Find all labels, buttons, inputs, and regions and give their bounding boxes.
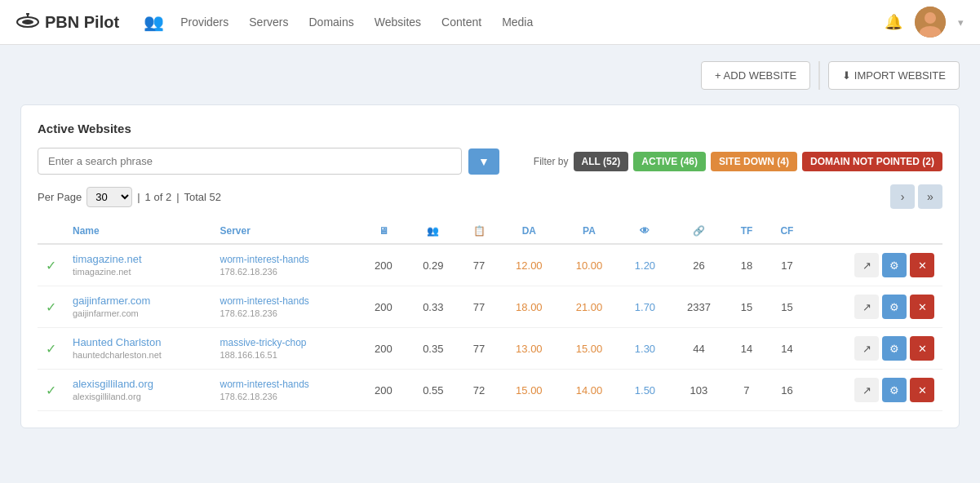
site-name-link[interactable]: gaijinfarmer.com bbox=[73, 295, 203, 307]
row-clipboard: 77 bbox=[459, 328, 499, 370]
filter-button[interactable]: ▼ bbox=[468, 148, 499, 175]
nav-websites[interactable]: Websites bbox=[375, 16, 421, 29]
svg-point-5 bbox=[925, 12, 936, 24]
nav-content[interactable]: Content bbox=[441, 16, 481, 29]
row-delete-button[interactable]: ✕ bbox=[910, 336, 934, 361]
search-input[interactable] bbox=[38, 148, 462, 175]
row-settings-button[interactable]: ⚙ bbox=[882, 295, 907, 319]
nav-domains[interactable]: Domains bbox=[309, 16, 354, 29]
row-pa: 14.00 bbox=[559, 370, 619, 411]
import-website-button[interactable]: ⬇ IMPORT WEBSITE bbox=[828, 61, 960, 90]
row-delete-button[interactable]: ✕ bbox=[910, 253, 934, 277]
svg-point-3 bbox=[26, 13, 29, 16]
th-cf: CF bbox=[766, 219, 807, 244]
nav-servers[interactable]: Servers bbox=[249, 16, 288, 29]
avatar-chevron[interactable]: ▾ bbox=[958, 16, 964, 29]
nav-media[interactable]: Media bbox=[502, 16, 533, 29]
table-row: ✓ timagazine.net timagazine.net worm-int… bbox=[38, 244, 942, 286]
row-link: 103 bbox=[671, 370, 727, 411]
row-login-button[interactable]: ↗ bbox=[854, 336, 879, 361]
row-cf: 17 bbox=[766, 244, 807, 286]
row-name: Haunted Charlston hauntedcharleston.net bbox=[64, 328, 211, 370]
action-group: ↗ ⚙ ✕ bbox=[816, 336, 934, 361]
nav-right: 🔔 ▾ bbox=[885, 7, 964, 38]
server-ip: 178.62.18.236 bbox=[220, 308, 277, 318]
row-cf: 14 bbox=[766, 328, 807, 370]
filter-domain-not-pointed-badge[interactable]: DOMAIN NOT POINTED (2) bbox=[802, 152, 942, 171]
server-link[interactable]: massive-tricky-chop bbox=[220, 337, 351, 348]
filter-site-down-badge[interactable]: SITE DOWN (4) bbox=[711, 152, 797, 171]
th-people-icon: 👥 bbox=[407, 219, 459, 244]
add-website-button[interactable]: + ADD WEBSITE bbox=[701, 61, 810, 90]
row-actions: ↗ ⚙ ✕ bbox=[808, 370, 942, 411]
row-settings-button[interactable]: ⚙ bbox=[882, 336, 907, 361]
per-page-select[interactable]: 30 50 100 bbox=[86, 187, 132, 207]
row-cf: 16 bbox=[766, 370, 807, 411]
table-row: ✓ Haunted Charlston hauntedcharleston.ne… bbox=[38, 328, 942, 370]
row-pa: 10.00 bbox=[559, 244, 619, 286]
page-last-button[interactable]: » bbox=[918, 184, 942, 209]
table-header-row: Name Server 🖥 👥 📋 DA PA 👁 🔗 TF CF bbox=[38, 219, 942, 244]
row-tf: 7 bbox=[727, 370, 767, 411]
row-delete-button[interactable]: ✕ bbox=[910, 295, 934, 319]
row-settings-button[interactable]: ⚙ bbox=[882, 253, 907, 277]
row-people: 0.55 bbox=[407, 370, 459, 411]
pipe-separator2: | bbox=[176, 191, 179, 203]
avatar[interactable] bbox=[915, 7, 946, 38]
site-url: gaijinfarmer.com bbox=[73, 308, 139, 318]
row-actions: ↗ ⚙ ✕ bbox=[808, 286, 942, 328]
row-server: worm-interest-hands 178.62.18.236 bbox=[211, 370, 359, 411]
row-pa: 21.00 bbox=[559, 286, 619, 328]
site-url: hauntedcharleston.net bbox=[73, 350, 162, 360]
pipe-separator: | bbox=[137, 191, 140, 203]
pagination-row: Per Page 30 50 100 | 1 of 2 | Total 52 ›… bbox=[38, 184, 942, 209]
th-status bbox=[38, 219, 64, 244]
site-name-link[interactable]: alexisgilliland.org bbox=[73, 378, 203, 390]
row-link: 44 bbox=[671, 328, 727, 370]
th-eye-icon: 👁 bbox=[619, 219, 671, 244]
server-ip: 178.62.18.236 bbox=[220, 392, 277, 401]
site-name-link[interactable]: Haunted Charlston bbox=[73, 336, 203, 348]
row-login-button[interactable]: ↗ bbox=[854, 378, 879, 402]
row-cf: 15 bbox=[766, 286, 807, 328]
site-url: timagazine.net bbox=[73, 267, 131, 277]
navbar: PBN Pilot 👥 Providers Servers Domains We… bbox=[0, 0, 980, 45]
row-people: 0.33 bbox=[407, 286, 459, 328]
action-group: ↗ ⚙ ✕ bbox=[816, 253, 934, 277]
row-people: 0.35 bbox=[407, 328, 459, 370]
nav-providers[interactable]: Providers bbox=[180, 16, 228, 29]
row-tf: 14 bbox=[727, 328, 767, 370]
filter-by-label: Filter by bbox=[534, 156, 569, 167]
page-info: 1 of 2 bbox=[145, 191, 172, 203]
row-login-button[interactable]: ↗ bbox=[854, 295, 879, 319]
server-link[interactable]: worm-interest-hands bbox=[220, 379, 351, 390]
th-desktop-icon: 🖥 bbox=[360, 219, 407, 244]
logo-text: PBN Pilot bbox=[45, 13, 119, 32]
row-eye: 1.30 bbox=[619, 328, 671, 370]
site-url: alexisgilliland.org bbox=[73, 392, 141, 401]
row-login-button[interactable]: ↗ bbox=[854, 253, 879, 277]
per-page-group: Per Page 30 50 100 | 1 of 2 | Total 52 bbox=[38, 187, 221, 207]
logo[interactable]: PBN Pilot bbox=[16, 13, 119, 32]
server-link[interactable]: worm-interest-hands bbox=[220, 295, 351, 307]
per-page-label: Per Page bbox=[38, 191, 82, 203]
filter-all-badge[interactable]: ALL (52) bbox=[574, 152, 629, 171]
page-prev-button[interactable]: › bbox=[890, 184, 915, 209]
table-row: ✓ alexisgilliland.org alexisgilliland.or… bbox=[38, 370, 942, 411]
row-settings-button[interactable]: ⚙ bbox=[882, 378, 907, 402]
site-name-link[interactable]: timagazine.net bbox=[73, 253, 203, 265]
toolbar-row: + ADD WEBSITE ⬇ IMPORT WEBSITE bbox=[20, 61, 960, 90]
row-tf: 18 bbox=[727, 244, 767, 286]
active-websites-card: Active Websites ▼ Filter by ALL (52) ACT… bbox=[20, 104, 960, 428]
server-ip: 188.166.16.51 bbox=[220, 350, 277, 360]
table-row: ✓ gaijinfarmer.com gaijinfarmer.com worm… bbox=[38, 286, 942, 328]
server-ip: 178.62.18.236 bbox=[220, 267, 277, 277]
row-delete-button[interactable]: ✕ bbox=[910, 378, 934, 402]
row-status: ✓ bbox=[38, 370, 64, 411]
server-link[interactable]: worm-interest-hands bbox=[220, 254, 351, 265]
filter-active-badge[interactable]: ACTIVE (46) bbox=[633, 152, 706, 171]
notification-bell-button[interactable]: 🔔 bbox=[885, 13, 902, 31]
svg-point-1 bbox=[22, 20, 33, 24]
check-icon: ✓ bbox=[46, 383, 56, 397]
row-name: gaijinfarmer.com gaijinfarmer.com bbox=[64, 286, 211, 328]
